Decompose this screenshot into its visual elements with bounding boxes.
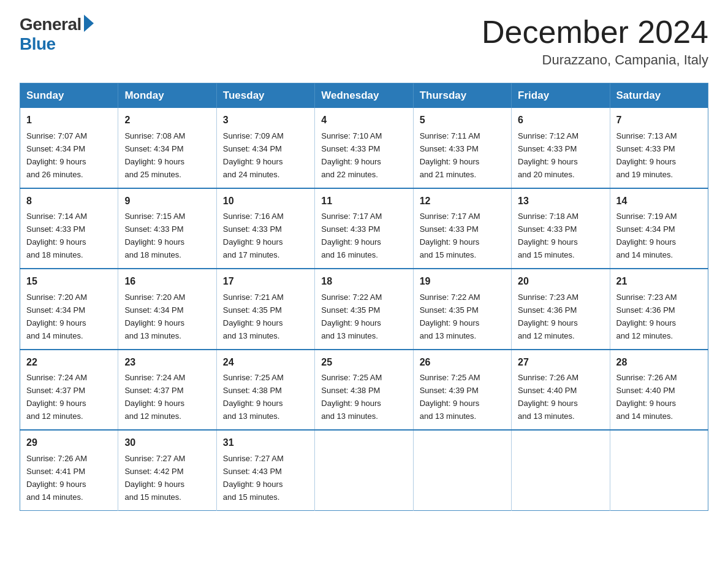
day-info: Sunrise: 7:26 AMSunset: 4:40 PMDaylight:…: [518, 373, 578, 421]
day-info: Sunrise: 7:18 AMSunset: 4:33 PMDaylight:…: [518, 212, 578, 259]
day-number: 14: [616, 194, 702, 209]
calendar-cell: 3Sunrise: 7:09 AMSunset: 4:34 PMDaylight…: [216, 108, 314, 188]
day-number: 22: [26, 355, 112, 370]
day-info: Sunrise: 7:24 AMSunset: 4:37 PMDaylight:…: [26, 373, 87, 421]
month-title: December 2024: [482, 15, 708, 50]
calendar-cell: 13Sunrise: 7:18 AMSunset: 4:33 PMDayligh…: [512, 188, 610, 269]
day-info: Sunrise: 7:25 AMSunset: 4:38 PMDaylight:…: [321, 373, 382, 421]
day-info: Sunrise: 7:19 AMSunset: 4:34 PMDaylight:…: [616, 212, 677, 259]
logo-general-text: General: [20, 15, 82, 34]
day-number: 13: [518, 194, 603, 209]
calendar-cell: 5Sunrise: 7:11 AMSunset: 4:33 PMDaylight…: [413, 108, 511, 188]
calendar-week-row: 8Sunrise: 7:14 AMSunset: 4:33 PMDaylight…: [20, 188, 708, 269]
day-number: 5: [420, 113, 505, 128]
calendar-cell: [610, 430, 708, 510]
day-info: Sunrise: 7:14 AMSunset: 4:33 PMDaylight:…: [26, 212, 87, 259]
day-number: 7: [616, 113, 702, 128]
day-info: Sunrise: 7:13 AMSunset: 4:33 PMDaylight:…: [616, 131, 677, 179]
weekday-header-thursday: Thursday: [413, 83, 511, 109]
calendar-week-row: 1Sunrise: 7:07 AMSunset: 4:34 PMDaylight…: [20, 108, 708, 188]
calendar-cell: [315, 430, 413, 510]
logo: General Blue: [20, 15, 94, 54]
day-info: Sunrise: 7:20 AMSunset: 4:34 PMDaylight:…: [26, 293, 87, 340]
day-number: 20: [518, 274, 603, 289]
calendar-cell: 22Sunrise: 7:24 AMSunset: 4:37 PMDayligh…: [20, 350, 118, 430]
day-number: 30: [124, 435, 210, 451]
calendar-cell: 21Sunrise: 7:23 AMSunset: 4:36 PMDayligh…: [610, 269, 708, 349]
calendar-cell: 12Sunrise: 7:17 AMSunset: 4:33 PMDayligh…: [413, 188, 511, 269]
day-number: 3: [223, 113, 308, 128]
day-number: 18: [321, 274, 406, 289]
calendar-cell: 4Sunrise: 7:10 AMSunset: 4:33 PMDaylight…: [315, 108, 413, 188]
day-number: 11: [321, 194, 406, 209]
day-info: Sunrise: 7:27 AMSunset: 4:43 PMDaylight:…: [223, 454, 284, 502]
day-number: 12: [420, 194, 505, 209]
day-number: 23: [124, 355, 210, 370]
calendar-cell: 28Sunrise: 7:26 AMSunset: 4:40 PMDayligh…: [610, 350, 708, 430]
day-info: Sunrise: 7:11 AMSunset: 4:33 PMDaylight:…: [420, 131, 480, 179]
calendar-cell: 10Sunrise: 7:16 AMSunset: 4:33 PMDayligh…: [216, 188, 314, 269]
day-info: Sunrise: 7:21 AMSunset: 4:35 PMDaylight:…: [223, 293, 284, 340]
calendar-week-row: 15Sunrise: 7:20 AMSunset: 4:34 PMDayligh…: [20, 269, 708, 349]
logo-arrow-icon: [84, 15, 94, 32]
calendar-table: SundayMondayTuesdayWednesdayThursdayFrid…: [20, 83, 708, 510]
day-info: Sunrise: 7:08 AMSunset: 4:34 PMDaylight:…: [124, 131, 185, 179]
day-info: Sunrise: 7:07 AMSunset: 4:34 PMDaylight:…: [26, 131, 87, 179]
day-number: 26: [420, 355, 505, 370]
day-number: 17: [223, 274, 308, 289]
day-info: Sunrise: 7:26 AMSunset: 4:41 PMDaylight:…: [26, 454, 87, 502]
day-number: 6: [518, 113, 603, 128]
day-number: 16: [124, 274, 210, 289]
weekday-header-row: SundayMondayTuesdayWednesdayThursdayFrid…: [20, 83, 708, 109]
day-info: Sunrise: 7:26 AMSunset: 4:40 PMDaylight:…: [616, 373, 677, 421]
day-info: Sunrise: 7:15 AMSunset: 4:33 PMDaylight:…: [124, 212, 185, 259]
location-text: Durazzano, Campania, Italy: [482, 52, 708, 68]
calendar-cell: 31Sunrise: 7:27 AMSunset: 4:43 PMDayligh…: [216, 430, 314, 510]
calendar-week-row: 29Sunrise: 7:26 AMSunset: 4:41 PMDayligh…: [20, 430, 708, 510]
day-info: Sunrise: 7:25 AMSunset: 4:39 PMDaylight:…: [420, 373, 480, 421]
day-info: Sunrise: 7:20 AMSunset: 4:34 PMDaylight:…: [124, 293, 185, 340]
day-number: 10: [223, 194, 308, 209]
day-number: 21: [616, 274, 702, 289]
day-info: Sunrise: 7:22 AMSunset: 4:35 PMDaylight:…: [420, 293, 480, 340]
calendar-cell: 8Sunrise: 7:14 AMSunset: 4:33 PMDaylight…: [20, 188, 118, 269]
calendar-cell: 20Sunrise: 7:23 AMSunset: 4:36 PMDayligh…: [512, 269, 610, 349]
calendar-cell: 29Sunrise: 7:26 AMSunset: 4:41 PMDayligh…: [20, 430, 118, 510]
calendar-cell: 23Sunrise: 7:24 AMSunset: 4:37 PMDayligh…: [118, 350, 216, 430]
weekday-header-wednesday: Wednesday: [315, 83, 413, 109]
day-info: Sunrise: 7:23 AMSunset: 4:36 PMDaylight:…: [518, 293, 578, 340]
day-info: Sunrise: 7:25 AMSunset: 4:38 PMDaylight:…: [223, 373, 284, 421]
calendar-cell: 27Sunrise: 7:26 AMSunset: 4:40 PMDayligh…: [512, 350, 610, 430]
logo-blue-text: Blue: [20, 34, 56, 54]
day-number: 31: [223, 435, 308, 451]
day-number: 1: [26, 113, 112, 128]
day-number: 8: [26, 194, 112, 209]
day-number: 25: [321, 355, 406, 370]
calendar-cell: 19Sunrise: 7:22 AMSunset: 4:35 PMDayligh…: [413, 269, 511, 349]
weekday-header-sunday: Sunday: [20, 83, 118, 109]
day-number: 24: [223, 355, 308, 370]
calendar-week-row: 22Sunrise: 7:24 AMSunset: 4:37 PMDayligh…: [20, 350, 708, 430]
day-info: Sunrise: 7:09 AMSunset: 4:34 PMDaylight:…: [223, 131, 284, 179]
day-number: 4: [321, 113, 406, 128]
weekday-header-monday: Monday: [118, 83, 216, 109]
calendar-cell: 26Sunrise: 7:25 AMSunset: 4:39 PMDayligh…: [413, 350, 511, 430]
day-info: Sunrise: 7:22 AMSunset: 4:35 PMDaylight:…: [321, 293, 382, 340]
calendar-cell: 30Sunrise: 7:27 AMSunset: 4:42 PMDayligh…: [118, 430, 216, 510]
calendar-cell: 2Sunrise: 7:08 AMSunset: 4:34 PMDaylight…: [118, 108, 216, 188]
calendar-cell: [413, 430, 511, 510]
calendar-cell: 9Sunrise: 7:15 AMSunset: 4:33 PMDaylight…: [118, 188, 216, 269]
calendar-cell: 24Sunrise: 7:25 AMSunset: 4:38 PMDayligh…: [216, 350, 314, 430]
weekday-header-saturday: Saturday: [610, 83, 708, 109]
calendar-cell: 11Sunrise: 7:17 AMSunset: 4:33 PMDayligh…: [315, 188, 413, 269]
calendar-cell: 18Sunrise: 7:22 AMSunset: 4:35 PMDayligh…: [315, 269, 413, 349]
day-info: Sunrise: 7:12 AMSunset: 4:33 PMDaylight:…: [518, 131, 578, 179]
calendar-cell: 25Sunrise: 7:25 AMSunset: 4:38 PMDayligh…: [315, 350, 413, 430]
calendar-cell: [512, 430, 610, 510]
day-number: 19: [420, 274, 505, 289]
calendar-cell: 6Sunrise: 7:12 AMSunset: 4:33 PMDaylight…: [512, 108, 610, 188]
day-info: Sunrise: 7:17 AMSunset: 4:33 PMDaylight:…: [321, 212, 382, 259]
calendar-cell: 14Sunrise: 7:19 AMSunset: 4:34 PMDayligh…: [610, 188, 708, 269]
day-number: 9: [124, 194, 210, 209]
day-number: 29: [26, 435, 112, 451]
